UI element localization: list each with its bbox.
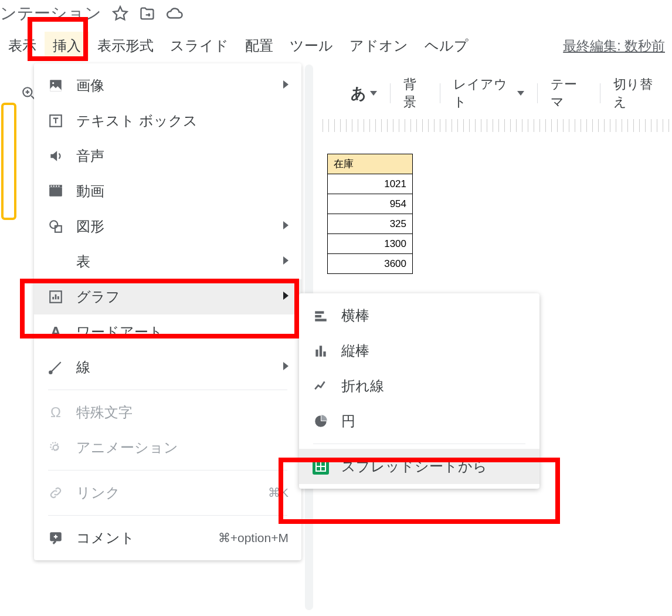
divider xyxy=(313,444,525,444)
table-cell: 1021 xyxy=(328,174,413,194)
chevron-right-icon xyxy=(283,362,289,373)
separator xyxy=(440,83,440,103)
insert-textbox[interactable]: テキスト ボックス xyxy=(34,103,301,138)
svg-rect-18 xyxy=(315,311,324,313)
menu-view[interactable]: 表示 xyxy=(0,32,45,60)
insert-wordart[interactable]: A ワードアート xyxy=(34,314,301,350)
svg-point-3 xyxy=(52,82,54,84)
shape-icon xyxy=(47,218,65,235)
insert-video[interactable]: 動画 xyxy=(34,174,301,209)
menu-bar: 表示 挿入 表示形式 スライド 配置 ツール アドオン ヘルプ 最終編集: 数秒… xyxy=(0,29,672,67)
svg-rect-22 xyxy=(320,346,322,356)
insert-line[interactable]: 線 xyxy=(34,350,301,385)
bar-v-icon xyxy=(312,342,330,360)
menu-format[interactable]: 表示形式 xyxy=(89,32,162,60)
omega-icon: Ω xyxy=(47,404,65,421)
image-icon xyxy=(47,77,65,94)
cloud-icon[interactable] xyxy=(166,5,184,22)
table-cell: 3600 xyxy=(328,254,413,274)
svg-rect-7 xyxy=(50,185,52,187)
separator xyxy=(390,83,391,103)
divider xyxy=(48,390,287,390)
svg-rect-10 xyxy=(58,185,59,187)
line-chart-icon xyxy=(312,377,330,395)
menu-arrange[interactable]: 配置 xyxy=(237,32,281,60)
table-cell: 325 xyxy=(328,214,413,234)
menu-addons[interactable]: アドオン xyxy=(341,32,416,60)
svg-point-14 xyxy=(49,371,52,374)
svg-point-16 xyxy=(50,442,58,450)
slide-panel xyxy=(0,103,23,220)
svg-marker-0 xyxy=(113,6,127,19)
chart-bar-horizontal[interactable]: 横棒 xyxy=(299,298,539,333)
menu-help[interactable]: ヘルプ xyxy=(416,32,477,60)
wordart-icon: A xyxy=(47,323,65,341)
shortcut-label: ⌘K xyxy=(268,486,289,500)
insert-shape[interactable]: 図形 xyxy=(34,209,301,244)
chevron-right-icon xyxy=(283,292,289,302)
svg-rect-20 xyxy=(315,319,327,321)
insert-comment[interactable]: コメント ⌘+option+M xyxy=(34,520,301,556)
insert-animation: アニメーション xyxy=(34,430,301,465)
pie-icon xyxy=(312,412,330,430)
bar-h-icon xyxy=(312,307,330,324)
sheets-icon xyxy=(312,458,330,475)
divider xyxy=(48,470,287,471)
insert-table[interactable]: 表 xyxy=(34,244,301,279)
svg-rect-19 xyxy=(315,315,321,317)
table-cell: 954 xyxy=(328,194,413,214)
last-edit-link[interactable]: 最終編集: 数秒前 xyxy=(563,37,672,55)
chart-pie[interactable]: 円 xyxy=(299,404,539,439)
embedded-table: 在庫 1021 954 325 1300 3600 xyxy=(327,154,413,274)
chart-from-spreadsheet[interactable]: スプレッドシートから xyxy=(299,449,539,484)
menu-tools[interactable]: ツール xyxy=(281,32,341,60)
chart-icon xyxy=(47,288,65,306)
insert-audio[interactable]: 音声 xyxy=(34,138,301,174)
line-icon xyxy=(47,358,65,376)
svg-rect-9 xyxy=(56,185,57,187)
chart-line[interactable]: 折れ線 xyxy=(299,368,539,404)
star-icon[interactable] xyxy=(112,5,128,22)
svg-rect-12 xyxy=(55,226,62,232)
menu-slide[interactable]: スライド xyxy=(162,32,237,60)
svg-point-11 xyxy=(50,221,57,228)
layout-button[interactable]: レイアウト xyxy=(443,72,535,114)
table-icon xyxy=(47,253,65,270)
chevron-right-icon xyxy=(283,80,289,91)
slide-thumbnail[interactable] xyxy=(1,103,16,220)
move-folder-icon[interactable] xyxy=(139,5,155,22)
theme-button[interactable]: テーマ xyxy=(540,72,598,114)
background-button[interactable]: 背景 xyxy=(393,72,437,114)
ruler xyxy=(323,119,672,132)
insert-link: リンク ⌘K xyxy=(34,475,301,510)
audio-icon xyxy=(47,147,65,165)
table-cell: 1300 xyxy=(328,234,413,254)
insert-image[interactable]: 画像 xyxy=(34,68,301,103)
animation-icon xyxy=(47,439,65,456)
divider xyxy=(48,515,287,516)
chevron-right-icon xyxy=(283,256,289,267)
comment-icon xyxy=(47,529,65,547)
insert-dropdown: 画像 テキスト ボックス 音声 動画 図形 表 グラフ A ワードアート 線 Ω xyxy=(34,63,301,560)
separator xyxy=(537,83,538,103)
insert-special-chars: Ω 特殊文字 xyxy=(34,395,301,430)
svg-rect-21 xyxy=(315,350,318,357)
chevron-down-icon xyxy=(370,91,377,96)
link-icon xyxy=(47,484,65,502)
video-icon xyxy=(47,182,65,200)
chevron-down-icon xyxy=(517,91,524,96)
title-fragment: ンテーション xyxy=(0,2,101,25)
shortcut-label: ⌘+option+M xyxy=(218,531,289,545)
svg-rect-23 xyxy=(323,351,325,357)
chevron-right-icon xyxy=(283,221,289,232)
table-header: 在庫 xyxy=(328,154,413,174)
chart-bar-vertical[interactable]: 縦棒 xyxy=(299,333,539,368)
menu-insert[interactable]: 挿入 xyxy=(45,32,89,60)
chart-submenu: 横棒 縦棒 折れ線 円 スプレッドシートから xyxy=(299,293,539,489)
svg-rect-5 xyxy=(49,188,62,197)
transition-button[interactable]: 切り替え xyxy=(603,72,672,114)
svg-rect-8 xyxy=(53,185,55,187)
input-method-button[interactable]: あ xyxy=(340,80,388,107)
separator xyxy=(600,83,600,103)
insert-chart[interactable]: グラフ xyxy=(34,279,301,314)
